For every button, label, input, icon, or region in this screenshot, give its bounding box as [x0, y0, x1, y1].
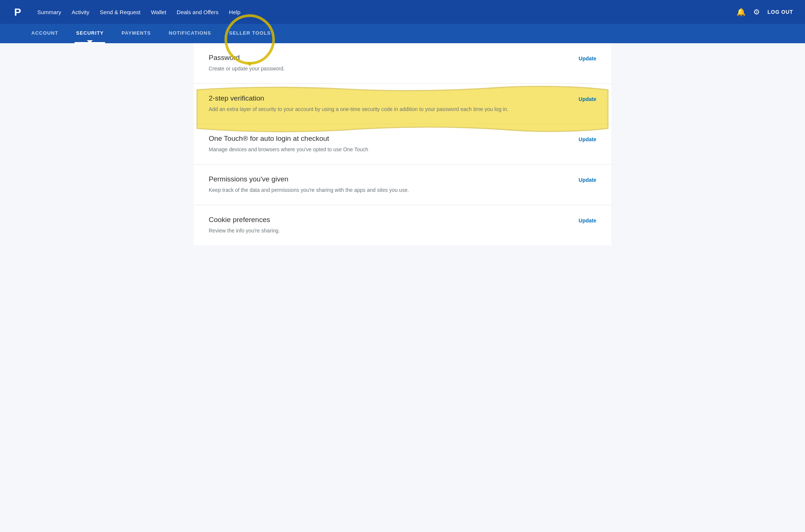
permissions-desc: Keep track of the data and permissions y… — [209, 186, 571, 194]
nav-right: 🔔 ⚙ LOG OUT — [736, 7, 793, 16]
paypal-logo[interactable]: P — [12, 5, 25, 19]
permissions-action: Update — [571, 175, 596, 183]
nav-left: P Summary Activity Send & Request Wallet… — [12, 5, 240, 19]
permissions-content: Permissions you've given Keep track of t… — [209, 175, 571, 194]
notification-bell-icon[interactable]: 🔔 — [736, 7, 746, 16]
one-touch-update-link[interactable]: Update — [579, 136, 596, 142]
one-touch-action: Update — [571, 134, 596, 143]
password-title: Password — [209, 54, 571, 62]
permissions-update-link[interactable]: Update — [579, 177, 596, 183]
nav-summary[interactable]: Summary — [37, 9, 61, 15]
subnav-account[interactable]: ACCOUNT — [30, 24, 60, 43]
subnav-notifications[interactable]: NOTIFICATIONS — [167, 24, 213, 43]
permissions-row: Permissions you've given Keep track of t… — [194, 164, 611, 205]
two-step-desc: Add an extra layer of security to your a… — [209, 105, 571, 114]
one-touch-row: One Touch® for auto login at checkout Ma… — [194, 124, 611, 164]
settings-gear-icon[interactable]: ⚙ — [753, 7, 760, 16]
cookie-desc: Review the info you're sharing. — [209, 227, 571, 235]
one-touch-content: One Touch® for auto login at checkout Ma… — [209, 134, 571, 154]
nav-wallet[interactable]: Wallet — [151, 9, 166, 15]
nav-send-request[interactable]: Send & Request — [100, 9, 141, 15]
nav-links: Summary Activity Send & Request Wallet D… — [37, 9, 240, 15]
nav-deals-offers[interactable]: Deals and Offers — [177, 9, 218, 15]
two-step-wrapper: 2-step verification Add an extra layer o… — [194, 83, 611, 124]
cookie-action: Update — [571, 216, 596, 224]
two-step-content: 2-step verification Add an extra layer o… — [209, 94, 571, 114]
subnav-seller-tools[interactable]: SELLER TOOLS — [227, 24, 272, 43]
cookie-content: Cookie preferences Review the info you'r… — [209, 216, 571, 235]
one-touch-desc: Manage devices and browsers where you've… — [209, 146, 571, 154]
page-wrapper: Password Create or update your password.… — [0, 43, 805, 532]
nav-help[interactable]: Help — [229, 9, 240, 15]
security-section: Password Create or update your password.… — [194, 43, 611, 245]
cookie-row: Cookie preferences Review the info you'r… — [194, 205, 611, 246]
password-content: Password Create or update your password. — [209, 54, 571, 73]
two-step-update-link[interactable]: Update — [579, 96, 596, 102]
two-step-row: 2-step verification Add an extra layer o… — [194, 83, 611, 124]
permissions-title: Permissions you've given — [209, 175, 571, 183]
nav-activity[interactable]: Activity — [72, 9, 89, 15]
password-row: Password Create or update your password.… — [194, 43, 611, 83]
subnav-security[interactable]: SECURITY — [75, 24, 105, 43]
cookie-update-link[interactable]: Update — [579, 218, 596, 224]
svg-text:P: P — [14, 6, 21, 18]
logout-button[interactable]: LOG OUT — [767, 9, 793, 15]
two-step-action: Update — [571, 94, 596, 102]
two-step-title: 2-step verification — [209, 94, 571, 102]
cookie-title: Cookie preferences — [209, 216, 571, 224]
top-navigation: P Summary Activity Send & Request Wallet… — [0, 0, 805, 24]
sub-navigation: ACCOUNT SECURITY PAYMENTS NOTIFICATIONS … — [0, 24, 805, 43]
password-action: Update — [571, 54, 596, 62]
one-touch-title: One Touch® for auto login at checkout — [209, 134, 571, 143]
subnav-payments[interactable]: PAYMENTS — [120, 24, 152, 43]
password-desc: Create or update your password. — [209, 65, 571, 73]
password-update-link[interactable]: Update — [579, 56, 596, 61]
